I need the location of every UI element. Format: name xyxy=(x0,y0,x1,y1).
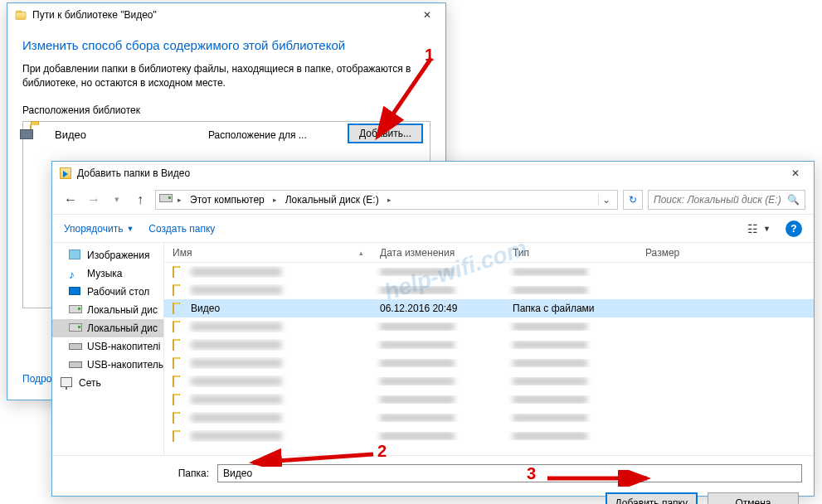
table-row[interactable] xyxy=(164,336,814,354)
refresh-button[interactable]: ↻ xyxy=(623,190,643,210)
breadcrumb-dropdown[interactable]: ⌄ xyxy=(598,194,614,206)
col-date[interactable]: Дата изменения xyxy=(372,247,504,259)
navigation-bar: ← → ▾ ↑ ▸ Этот компьютер ▸ Локальный дис… xyxy=(52,185,814,215)
back-button[interactable]: ← xyxy=(61,192,80,207)
col-name[interactable]: Имя▴ xyxy=(164,247,372,259)
crumb-drive[interactable]: Локальный диск (E:) xyxy=(282,192,382,207)
close-button[interactable]: ✕ xyxy=(777,162,814,185)
dialog-footer: Папка: Добавить папку Отмена xyxy=(52,455,814,504)
table-row[interactable] xyxy=(164,354,814,372)
tree-item[interactable]: USB-накопителі xyxy=(52,337,163,356)
search-box[interactable]: 🔍 xyxy=(648,190,805,210)
tree-item[interactable]: Изображения xyxy=(52,246,163,264)
search-icon[interactable]: 🔍 xyxy=(787,194,800,206)
item-name: Видео xyxy=(55,128,208,141)
dialog-description: При добавлении папки в библиотеку файлы,… xyxy=(22,62,430,91)
usb-icon xyxy=(69,341,82,352)
drive-icon xyxy=(69,304,82,316)
column-headers: Имя▴ Дата изменения Тип Размер xyxy=(164,243,814,263)
up-button[interactable]: ↑ xyxy=(130,192,150,207)
titlebar[interactable]: Добавить папки в Видео ✕ xyxy=(52,162,814,185)
window-title: Пути к библиотеке "Видео" xyxy=(32,9,404,21)
drive-icon xyxy=(69,322,82,334)
tree-item[interactable]: ♪Музыка xyxy=(52,264,163,283)
history-dropdown[interactable]: ▾ xyxy=(107,194,127,205)
add-folder-dialog: Добавить папки в Видео ✕ ← → ▾ ↑ ▸ Этот … xyxy=(51,161,815,497)
new-folder-button[interactable]: Создать папку xyxy=(148,223,215,235)
table-row[interactable] xyxy=(164,281,814,299)
desk-icon xyxy=(69,286,82,298)
separator[interactable]: ▸ xyxy=(174,196,185,204)
table-row[interactable] xyxy=(164,317,814,336)
table-row[interactable] xyxy=(164,427,814,445)
folder-video-icon xyxy=(30,124,55,146)
table-row[interactable] xyxy=(164,263,814,281)
tree-item[interactable]: Рабочий стол xyxy=(52,283,163,301)
help-button[interactable]: ? xyxy=(786,220,802,237)
pic-icon xyxy=(69,250,82,261)
usb-icon xyxy=(69,359,82,371)
tree-item[interactable]: Локальный дис xyxy=(52,319,163,337)
forward-button[interactable]: → xyxy=(84,192,104,207)
breadcrumb[interactable]: ▸ Этот компьютер ▸ Локальный диск (E:) ▸… xyxy=(155,190,618,210)
folder-icon xyxy=(173,303,186,314)
table-row[interactable] xyxy=(164,372,814,390)
more-info-link[interactable]: Подро xyxy=(22,373,51,385)
folder-input[interactable] xyxy=(217,464,802,482)
separator[interactable]: ▸ xyxy=(384,196,395,204)
toolbar: Упорядочить ▼ Создать папку ☷ ▼ ? xyxy=(52,215,814,243)
drive-icon xyxy=(159,193,173,206)
crumb-computer[interactable]: Этот компьютер xyxy=(187,192,268,207)
add-folder-button[interactable]: Добавить папку xyxy=(606,492,698,504)
table-row[interactable] xyxy=(164,390,814,409)
file-list[interactable]: Имя▴ Дата изменения Тип Размер Видео06.1… xyxy=(164,243,814,455)
close-button[interactable]: ✕ xyxy=(409,3,445,27)
titlebar[interactable]: Пути к библиотеке "Видео" ✕ xyxy=(7,3,445,27)
view-options[interactable]: ☷ ▼ xyxy=(747,222,771,235)
navigation-tree[interactable]: Изображения♪МузыкаРабочий столЛокальный … xyxy=(52,243,164,455)
folder-label: Папка: xyxy=(64,468,209,479)
tree-item[interactable]: Локальный дис xyxy=(52,301,163,319)
search-input[interactable] xyxy=(654,194,787,206)
organize-menu[interactable]: Упорядочить ▼ xyxy=(64,223,134,235)
mus-icon: ♪ xyxy=(69,268,82,279)
tree-item[interactable]: USB-накопитель xyxy=(52,356,163,374)
locations-label: Расположения библиотек xyxy=(22,104,430,116)
cancel-button[interactable]: Отмена xyxy=(708,492,799,504)
app-icon xyxy=(59,167,72,180)
table-row[interactable] xyxy=(164,409,814,427)
dialog-heading: Изменить способ сбора содержимого этой б… xyxy=(22,38,430,52)
add-button[interactable]: Добавить... xyxy=(348,124,423,143)
sort-indicator-icon: ▴ xyxy=(359,249,363,257)
net-icon xyxy=(61,377,74,389)
separator[interactable]: ▸ xyxy=(270,196,280,204)
table-row-selected[interactable]: Видео06.12.2016 20:49Папка с файлами xyxy=(164,299,814,317)
col-type[interactable]: Тип xyxy=(504,247,637,259)
window-title: Добавить папки в Видео xyxy=(77,167,772,179)
app-icon xyxy=(14,8,27,22)
col-size[interactable]: Размер xyxy=(637,247,720,259)
tree-item[interactable]: Сеть xyxy=(52,374,163,392)
